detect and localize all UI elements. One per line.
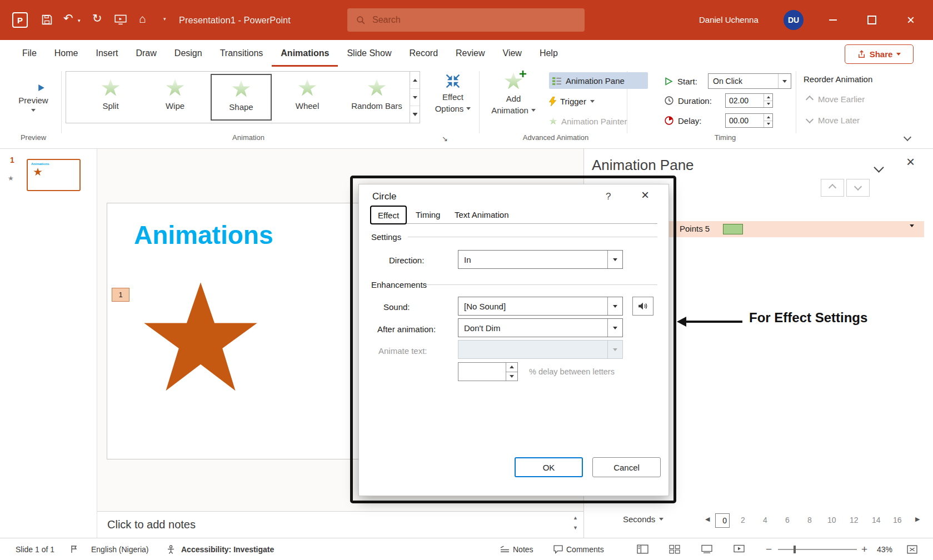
notes-placeholder[interactable]: Click to add notes <box>107 518 583 531</box>
gallery-item-wipe[interactable]: Wipe <box>146 74 204 121</box>
gallery-item-wheel[interactable]: Wheel <box>278 74 336 121</box>
ok-button[interactable]: OK <box>515 457 583 477</box>
notes-scroll-down-icon[interactable]: ▼ <box>573 525 578 531</box>
timeline-scroll-left-icon[interactable]: ◀ <box>705 516 710 523</box>
avatar[interactable]: DU <box>784 10 804 30</box>
tab-slide-show[interactable]: Slide Show <box>338 40 400 67</box>
present-icon[interactable] <box>114 14 127 28</box>
zoom-slider-thumb[interactable] <box>794 546 796 553</box>
timeline-scroll-right-icon[interactable]: ▶ <box>915 516 920 523</box>
notes-toggle-button[interactable]: Notes <box>500 538 533 560</box>
tab-animations[interactable]: Animations <box>272 40 338 67</box>
slide-title[interactable]: Animations <box>134 220 273 250</box>
pane-move-down-button[interactable] <box>846 179 870 197</box>
after-animation-select[interactable]: Don't Dim <box>458 318 623 337</box>
tab-review[interactable]: Review <box>447 40 493 67</box>
tab-home[interactable]: Home <box>46 40 87 67</box>
duration-spinner[interactable]: 02.00 <box>725 93 773 108</box>
item-dropdown-icon[interactable] <box>910 227 914 237</box>
timeline-tick: 12 <box>850 516 859 524</box>
undo-dropdown-icon[interactable]: ▾ <box>78 18 81 23</box>
view-slide-sorter-button[interactable] <box>669 538 680 560</box>
preview-button[interactable]: Preview <box>10 72 57 112</box>
slide-thumbnail[interactable]: Animations <box>27 159 81 191</box>
dialog-tab-effect[interactable]: Effect <box>370 206 407 224</box>
maximize-button[interactable] <box>859 0 885 40</box>
close-button[interactable]: × <box>898 0 924 40</box>
add-animation-button[interactable]: Add Animation <box>488 72 539 115</box>
animation-indicator-star-icon[interactable]: ★ <box>8 174 14 182</box>
tab-draw[interactable]: Draw <box>127 40 165 67</box>
dialog-help-button[interactable]: ? <box>606 191 611 202</box>
gallery-item-shape[interactable]: Shape <box>211 74 272 121</box>
gallery-scroll-up-button[interactable] <box>410 72 420 89</box>
reorder-animation-label: Reorder Animation <box>804 74 872 84</box>
tab-view[interactable]: View <box>494 40 531 67</box>
home-icon[interactable]: ⌂ <box>139 12 146 26</box>
start-select[interactable]: On Click <box>708 73 791 89</box>
move-earlier-button[interactable]: Move Earlier <box>807 94 865 104</box>
tab-design[interactable]: Design <box>166 40 211 67</box>
view-slideshow-button[interactable] <box>734 538 745 560</box>
pane-collapse-chevron-icon[interactable] <box>875 163 882 173</box>
fit-to-window-button[interactable] <box>907 538 917 560</box>
tab-insert[interactable]: Insert <box>87 40 127 67</box>
sound-volume-button[interactable] <box>632 297 653 316</box>
search-input[interactable]: Search <box>347 8 585 32</box>
view-reading-button[interactable] <box>701 538 712 560</box>
quick-access-dropdown-icon[interactable]: ▾ <box>163 16 166 22</box>
view-normal-button[interactable] <box>637 538 648 560</box>
animation-dialog-launcher-icon[interactable]: ↘ <box>442 134 448 143</box>
enhancements-section-label: Enhancements <box>371 280 427 289</box>
spinner-up-button[interactable] <box>506 363 517 372</box>
pane-close-icon[interactable]: × <box>906 153 915 171</box>
direction-select[interactable]: In <box>458 250 623 269</box>
zoom-out-button[interactable]: − <box>766 538 772 560</box>
tab-transitions[interactable]: Transitions <box>211 40 272 67</box>
dialog-tab-timing[interactable]: Timing <box>416 207 440 223</box>
dialog-close-button[interactable]: × <box>641 187 649 203</box>
gallery-item-random-bars[interactable]: Random Bars <box>343 74 411 121</box>
delay-spinner[interactable]: 00.00 <box>725 113 773 128</box>
animation-number-badge[interactable]: 1 <box>112 288 129 302</box>
spinner-down-button[interactable] <box>506 372 517 381</box>
gallery-expand-button[interactable] <box>410 106 420 123</box>
proofing-flag-icon[interactable] <box>70 538 78 560</box>
zoom-level[interactable]: 43% <box>877 538 892 560</box>
animation-timeline-bar[interactable] <box>723 224 743 234</box>
move-later-button[interactable]: Move Later <box>807 116 860 125</box>
tab-help[interactable]: Help <box>531 40 567 67</box>
tab-file[interactable]: File <box>13 40 46 67</box>
effect-options-button[interactable]: Effect Options <box>429 72 477 113</box>
collapse-ribbon-button[interactable] <box>905 132 910 142</box>
trigger-button[interactable]: Trigger <box>549 93 595 109</box>
redo-icon[interactable]: ↻ <box>92 12 102 25</box>
tab-record[interactable]: Record <box>400 40 447 67</box>
seconds-dropdown[interactable]: Seconds <box>623 514 663 524</box>
cancel-button[interactable]: Cancel <box>592 457 661 477</box>
minimize-button[interactable] <box>820 0 846 40</box>
animation-painter-button[interactable]: Animation Painter <box>549 113 627 129</box>
star-shape[interactable] <box>142 282 260 394</box>
share-button[interactable]: Share <box>845 44 914 64</box>
gallery-item-split[interactable]: Split <box>82 74 139 121</box>
gallery-scroll-down-button[interactable] <box>410 89 420 106</box>
comments-button[interactable]: Comments <box>553 538 604 560</box>
zoom-slider-track[interactable] <box>778 549 857 550</box>
animation-group-label: Animation <box>176 133 321 142</box>
dialog-close-icon: × <box>641 187 649 202</box>
save-icon[interactable] <box>41 14 53 28</box>
notes-pane[interactable]: Click to add notes ▲ ▼ <box>97 511 583 538</box>
notes-scroll-up-icon[interactable]: ▲ <box>573 515 578 521</box>
language-label[interactable]: English (Nigeria) <box>91 538 148 560</box>
zoom-in-button[interactable]: + <box>861 538 867 560</box>
dialog-tab-text-animation[interactable]: Text Animation <box>455 207 509 223</box>
undo-icon[interactable]: ↶ <box>63 12 73 25</box>
after-animation-label: After animation: <box>377 324 436 334</box>
sound-select[interactable]: [No Sound] <box>458 297 623 316</box>
close-icon: × <box>907 12 915 28</box>
accessibility-status[interactable]: Accessibility: Investigate <box>181 538 274 560</box>
share-icon <box>857 50 866 58</box>
animation-pane-button[interactable]: Animation Pane <box>549 72 648 89</box>
pane-move-up-button[interactable] <box>821 179 844 197</box>
